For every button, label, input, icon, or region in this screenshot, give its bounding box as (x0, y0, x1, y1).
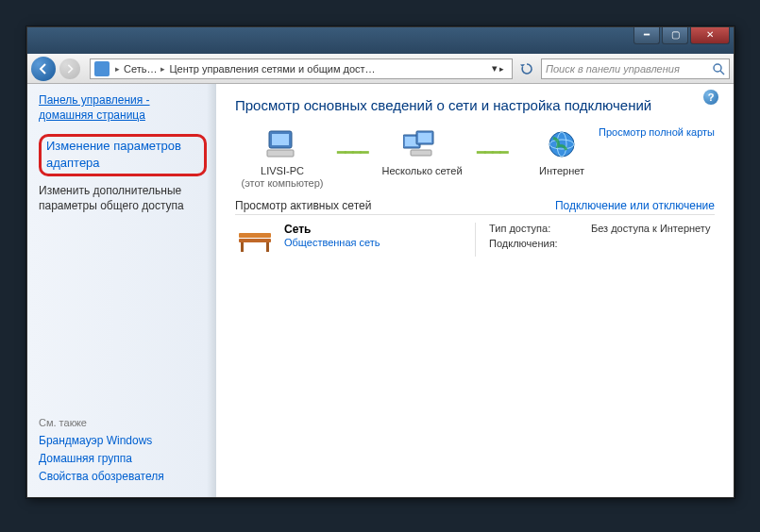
network-type-link[interactable]: Общественная сеть (284, 237, 380, 248)
bench-icon (235, 223, 275, 257)
breadcrumb-network[interactable]: Сеть… (122, 63, 159, 75)
breadcrumb-dropdown[interactable]: ▾ ▸ (488, 62, 508, 75)
chevron-right-icon: ▸ (113, 64, 122, 74)
view-full-map-link[interactable]: Просмотр полной карты (599, 126, 715, 138)
sidebar: Панель управления - домашняя страница Из… (27, 84, 216, 497)
svg-rect-8 (418, 133, 431, 142)
connect-disconnect-link[interactable]: Подключение или отключение (555, 199, 715, 212)
breadcrumb-current[interactable]: Центр управления сетями и общим дост… (167, 63, 377, 75)
svg-rect-9 (411, 150, 431, 156)
refresh-button[interactable] (516, 58, 537, 79)
active-networks-header: Просмотр активных сетей Подключение или … (235, 199, 715, 215)
computer-name: LIVSI-PC (235, 165, 329, 177)
svg-rect-4 (267, 150, 294, 157)
svg-point-10 (549, 132, 574, 157)
multi-network-label: Несколько сетей (375, 165, 469, 177)
access-type-value: Без доступа к Интернету (591, 223, 711, 234)
network-center-icon (94, 61, 110, 76)
map-this-computer: LIVSI-PC (этот компьютер) (235, 126, 329, 190)
forward-button[interactable] (59, 58, 80, 79)
search-input[interactable]: Поиск в панели управления (541, 58, 730, 79)
access-type-label: Тип доступа: (489, 223, 583, 234)
svg-rect-14 (239, 239, 271, 242)
svg-line-1 (720, 71, 724, 75)
svg-rect-16 (266, 242, 269, 252)
internet-options-link[interactable]: Свойства обозревателя (39, 470, 205, 483)
close-button[interactable]: ✕ (690, 27, 730, 44)
control-panel-window: ━ ▢ ✕ ▸ Сеть… ▸ Центр управления сетями … (26, 26, 735, 498)
navigation-bar: ▸ Сеть… ▸ Центр управления сетями и общи… (27, 54, 734, 84)
connection-line: ━━━━ (477, 143, 507, 161)
homegroup-link[interactable]: Домашняя группа (39, 452, 205, 465)
control-panel-home-link[interactable]: Панель управления - домашняя страница (39, 93, 205, 123)
internet-label: Интернет (515, 165, 609, 177)
back-button[interactable] (31, 57, 56, 81)
main-content: ? Просмотр основных сведений о сети и на… (216, 84, 734, 497)
change-adapter-settings-link[interactable]: Изменение параметров адаптера (39, 132, 205, 176)
search-placeholder: Поиск в панели управления (546, 63, 680, 75)
network-name: Сеть (284, 223, 380, 236)
computer-sublabel: (этот компьютер) (235, 177, 329, 190)
page-title: Просмотр основных сведений о сети и наст… (235, 97, 715, 113)
minimize-button[interactable]: ━ (633, 27, 660, 44)
svg-point-0 (714, 64, 721, 72)
map-internet: Интернет (515, 126, 609, 177)
titlebar[interactable]: ━ ▢ ✕ (27, 27, 734, 54)
computer-icon (235, 126, 329, 162)
maximize-button[interactable]: ▢ (662, 27, 688, 44)
help-icon[interactable]: ? (703, 90, 718, 105)
network-entry: Сеть Общественная сеть Тип доступа: Без … (235, 223, 715, 257)
see-also-label: См. также (39, 417, 205, 428)
search-icon (712, 62, 725, 75)
multi-network-icon (375, 126, 469, 162)
globe-icon (515, 126, 609, 162)
breadcrumb[interactable]: ▸ Сеть… ▸ Центр управления сетями и общи… (90, 58, 513, 79)
connection-line: ━━━━ (337, 143, 367, 161)
map-multiple-networks: Несколько сетей (375, 126, 469, 177)
chevron-right-icon: ▸ (159, 64, 167, 74)
advanced-sharing-link[interactable]: Изменить дополнительные параметры общего… (39, 184, 205, 213)
connections-label: Подключения: (489, 238, 583, 249)
network-map: Просмотр полной карты LIVSI-PC (этот ком… (235, 126, 715, 190)
firewall-link[interactable]: Брандмауэр Windows (39, 434, 205, 447)
svg-rect-3 (272, 134, 289, 145)
svg-rect-13 (239, 233, 271, 238)
active-networks-title: Просмотр активных сетей (235, 199, 371, 212)
svg-rect-15 (241, 242, 244, 252)
connections-value (591, 238, 711, 249)
